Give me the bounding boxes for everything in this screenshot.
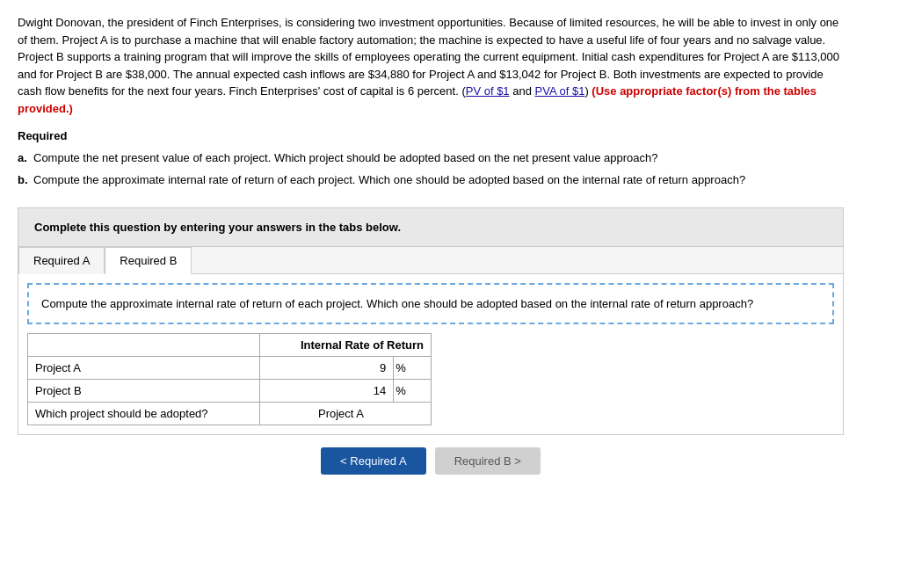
next-icon: > xyxy=(514,454,521,468)
tab-required-b[interactable]: Required B xyxy=(105,247,192,274)
table-row-adopted: Which project should be adopted? xyxy=(28,403,432,425)
nav-buttons: < Required A Required B > xyxy=(18,435,844,483)
table-row-project-b: Project B % xyxy=(28,380,432,403)
pv-link[interactable]: PV of $1 xyxy=(466,84,510,98)
complete-box-text: Complete this question by entering your … xyxy=(34,221,401,234)
answer-table-wrapper: Internal Rate of Return Project A % Proj… xyxy=(27,333,834,425)
question-a: a. Compute the net present value of each… xyxy=(18,149,844,168)
table-header-label-empty xyxy=(28,334,260,357)
questions-list: a. Compute the net present value of each… xyxy=(18,149,844,190)
table-cell-project-b-label: Project B xyxy=(28,380,260,403)
irr-table: Internal Rate of Return Project A % Proj… xyxy=(27,333,432,425)
complete-box: Complete this question by entering your … xyxy=(18,207,844,247)
question-b: b. Compute the approximate internal rate… xyxy=(18,171,844,190)
table-header-irr: Internal Rate of Return xyxy=(260,334,432,357)
prev-label: Required A xyxy=(350,454,406,468)
tabs-row: Required A Required B xyxy=(18,247,843,274)
project-b-irr-input[interactable] xyxy=(342,384,386,397)
question-a-label: a. xyxy=(18,149,30,168)
pva-link[interactable]: PVA of $1 xyxy=(535,84,585,98)
table-row-project-a: Project A % xyxy=(28,357,432,380)
table-cell-project-a-pct: % xyxy=(394,357,432,380)
project-a-irr-input[interactable] xyxy=(342,361,386,374)
table-cell-adopted-label: Which project should be adopted? xyxy=(28,403,260,425)
problem-paragraph: Dwight Donovan, the president of Finch E… xyxy=(18,14,844,117)
prev-icon: < xyxy=(340,454,347,468)
tab-instruction-text: Compute the approximate internal rate of… xyxy=(41,297,753,310)
adopted-project-input[interactable] xyxy=(318,407,424,420)
tabs-area: Required A Required B Compute the approx… xyxy=(18,247,844,436)
tab-required-a[interactable]: Required A xyxy=(18,247,105,274)
question-a-text: Compute the net present value of each pr… xyxy=(33,149,657,168)
table-cell-project-a-value[interactable] xyxy=(260,357,394,380)
table-cell-project-a-label: Project A xyxy=(28,357,260,380)
tab-content-area: Compute the approximate internal rate of… xyxy=(27,283,834,325)
question-b-label: b. xyxy=(18,171,30,190)
table-cell-adopted-value[interactable] xyxy=(260,403,432,425)
prev-button[interactable]: < Required A xyxy=(321,447,426,475)
required-heading: Required xyxy=(18,129,844,142)
next-button[interactable]: Required B > xyxy=(435,447,541,475)
next-label: Required B xyxy=(454,454,512,468)
question-b-text: Compute the approximate internal rate of… xyxy=(33,171,745,190)
table-cell-project-b-value[interactable] xyxy=(260,380,394,403)
table-cell-project-b-pct: % xyxy=(394,380,432,403)
